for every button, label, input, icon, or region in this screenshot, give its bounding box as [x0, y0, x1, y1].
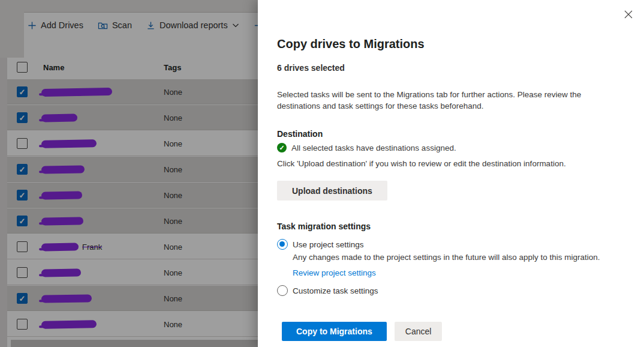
use-project-settings-label: Use project settings: [293, 240, 364, 249]
close-icon: [622, 8, 634, 20]
destination-hint-text: Click 'Upload destination' if you wish t…: [277, 159, 619, 168]
check-circle-icon: ✓: [277, 143, 287, 152]
use-project-settings-option[interactable]: Use project settings: [277, 239, 364, 250]
radio-unselected-icon[interactable]: [277, 285, 288, 296]
task-settings-heading: Task migration settings: [277, 222, 371, 231]
cancel-button[interactable]: Cancel: [395, 322, 443, 341]
selected-count: 6 drives selected: [277, 63, 345, 73]
use-project-settings-description: Any changes made to the project settings…: [293, 253, 616, 262]
intro-text: Selected tasks will be sent to the Migra…: [277, 89, 612, 112]
destination-status-row: ✓ All selected tasks have destinations a…: [277, 143, 456, 152]
modal-dim-overlay: [0, 0, 258, 347]
close-button[interactable]: [622, 8, 634, 20]
radio-selected-icon[interactable]: [277, 239, 288, 250]
review-project-settings-link[interactable]: Review project settings: [293, 268, 376, 277]
customize-task-settings-option[interactable]: Customize task settings: [277, 285, 378, 296]
destination-status-text: All selected tasks have destinations ass…: [291, 143, 456, 152]
destination-heading: Destination: [277, 129, 323, 139]
copy-drives-panel: Copy drives to Migrations 6 drives selec…: [258, 0, 644, 347]
screen: Add Drives Scan Download reports Co Name…: [0, 0, 644, 347]
panel-title: Copy drives to Migrations: [277, 37, 425, 51]
upload-destinations-button[interactable]: Upload destinations: [277, 181, 387, 201]
customize-task-settings-label: Customize task settings: [293, 286, 378, 295]
panel-footer: Copy to Migrations Cancel: [282, 322, 442, 341]
copy-to-migrations-button[interactable]: Copy to Migrations: [282, 322, 387, 341]
